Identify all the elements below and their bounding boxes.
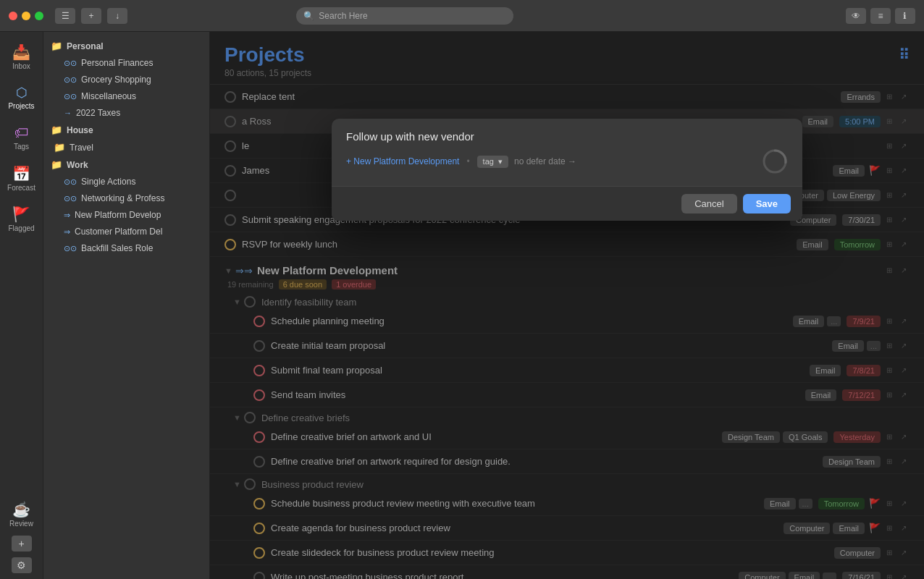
sidebar-item-networking[interactable]: ⊙⊙ Networking & Profess bbox=[46, 190, 206, 206]
add-project-button[interactable]: + bbox=[12, 536, 32, 551]
modal-meta: + New Platform Development • tag ▾ no de… bbox=[346, 148, 788, 174]
download-icon[interactable]: ↓ bbox=[107, 8, 127, 24]
modal-tag-select[interactable]: tag ▾ bbox=[477, 156, 508, 168]
sidebar-item-projects[interactable]: ⬡ Projects bbox=[3, 78, 41, 116]
sidebar-toggle-icon[interactable]: ☰ bbox=[55, 8, 75, 24]
sequential-icon: → bbox=[64, 109, 72, 117]
work-section-header[interactable]: 📁 Work bbox=[43, 156, 209, 173]
flagged-label: Flagged bbox=[8, 224, 34, 232]
close-button[interactable] bbox=[9, 12, 17, 20]
backfill-sales-label: Backfill Sales Role bbox=[81, 243, 153, 253]
filter-icon[interactable]: ≡ bbox=[870, 8, 891, 24]
parallel-icon-4: ⊙⊙ bbox=[64, 177, 77, 187]
parallel-icon: ⊙⊙ bbox=[64, 59, 77, 68]
house-label: House bbox=[67, 125, 93, 135]
sidebar-item-backfill-sales[interactable]: ⊙⊙ Backfill Sales Role bbox=[46, 240, 206, 256]
modal-card: Follow up with new vendor + New Platform… bbox=[332, 119, 802, 221]
modal-tag-label: tag bbox=[483, 157, 494, 166]
sidebar-item-grocery-shopping[interactable]: ⊙⊙ Grocery Shopping bbox=[46, 72, 206, 88]
sidebar-item-tags[interactable]: 🏷 Tags bbox=[3, 119, 41, 156]
titlebar: ☰ + ↓ 🔍 Search Here 👁 ≡ ℹ bbox=[0, 0, 924, 32]
sidebar-item-flagged[interactable]: 🚩 Flagged bbox=[3, 200, 41, 237]
titlebar-left-icons: ☰ + ↓ bbox=[55, 8, 127, 24]
sequential-icon-2: ⇒ bbox=[64, 211, 70, 220]
personal-finances-label: Personal Finances bbox=[81, 58, 153, 68]
add-tab-icon[interactable]: + bbox=[81, 8, 101, 24]
parallel-icon-5: ⊙⊙ bbox=[64, 194, 77, 203]
grocery-shopping-label: Grocery Shopping bbox=[81, 75, 151, 85]
search-placeholder: Search Here bbox=[319, 11, 367, 21]
parallel-icon-2: ⊙⊙ bbox=[64, 75, 77, 85]
main-layout: 📥 Inbox ⬡ Projects 🏷 Tags 📅 Forecast 🚩 F… bbox=[0, 32, 924, 579]
parallel-icon-3: ⊙⊙ bbox=[64, 92, 77, 101]
flagged-icon: 🚩 bbox=[12, 206, 30, 223]
sidebar-item-forecast[interactable]: 📅 Forecast bbox=[3, 159, 41, 197]
search-icon: 🔍 bbox=[303, 11, 314, 21]
save-button[interactable]: Save bbox=[743, 194, 791, 214]
modal-tag-dropdown-icon[interactable]: ▾ bbox=[498, 157, 503, 166]
sidebar-item-inbox[interactable]: 📥 Inbox bbox=[3, 38, 41, 75]
info-icon[interactable]: ℹ bbox=[895, 8, 915, 24]
miscellaneous-label: Miscellaneous bbox=[81, 91, 136, 101]
house-folder-icon: 📁 bbox=[51, 124, 62, 135]
modal-overlay: Follow up with new vendor + New Platform… bbox=[210, 32, 924, 579]
customer-platform-label: Customer Platform Del bbox=[75, 227, 162, 237]
main-content: Projects ⠿ 80 actions, 15 projects Repla… bbox=[210, 32, 924, 579]
icon-sidebar: 📥 Inbox ⬡ Projects 🏷 Tags 📅 Forecast 🚩 F… bbox=[0, 32, 43, 579]
search-bar[interactable]: 🔍 Search Here bbox=[296, 7, 513, 25]
parallel-icon-6: ⊙⊙ bbox=[64, 244, 77, 253]
single-actions-label: Single Actions bbox=[81, 177, 135, 187]
forecast-icon: 📅 bbox=[12, 165, 30, 182]
nav-panel: 📁 Personal ⊙⊙ Personal Finances ⊙⊙ Groce… bbox=[43, 32, 210, 579]
work-folder-icon: 📁 bbox=[51, 159, 62, 170]
personal-section-label: Personal bbox=[67, 41, 104, 51]
sidebar-item-miscellaneous[interactable]: ⊙⊙ Miscellaneous bbox=[46, 88, 206, 104]
sidebar-item-travel[interactable]: 📁 Travel bbox=[46, 139, 206, 156]
house-section-header[interactable]: 📁 House bbox=[43, 122, 209, 138]
progress-circle bbox=[762, 148, 788, 174]
titlebar-right-icons: 👁 ≡ ℹ bbox=[846, 8, 915, 24]
sidebar-item-personal-finances[interactable]: ⊙⊙ Personal Finances bbox=[46, 55, 206, 71]
modal-body: Follow up with new vendor + New Platform… bbox=[332, 119, 802, 186]
modal-task-name: Follow up with new vendor bbox=[346, 130, 788, 143]
traffic-lights bbox=[9, 12, 43, 20]
sidebar-item-2022-taxes[interactable]: → 2022 Taxes bbox=[46, 105, 206, 121]
sidebar-item-single-actions[interactable]: ⊙⊙ Single Actions bbox=[46, 174, 206, 190]
projects-icon: ⬡ bbox=[16, 85, 28, 101]
projects-label: Projects bbox=[8, 102, 34, 110]
maximize-button[interactable] bbox=[35, 12, 43, 20]
review-label: Review bbox=[9, 520, 33, 528]
networking-label: Networking & Profess bbox=[81, 193, 164, 203]
new-platform-label: New Platform Develop bbox=[75, 210, 161, 220]
sequential-icon-3: ⇒ bbox=[64, 227, 70, 237]
review-icon: ☕ bbox=[12, 501, 30, 518]
personal-folder-icon: 📁 bbox=[51, 41, 62, 51]
inbox-icon: 📥 bbox=[12, 43, 30, 61]
travel-folder-icon: 📁 bbox=[54, 142, 65, 153]
cancel-button[interactable]: Cancel bbox=[681, 194, 736, 214]
sidebar-item-customer-platform[interactable]: ⇒ Customer Platform Del bbox=[46, 224, 206, 240]
tags-label: Tags bbox=[14, 143, 29, 151]
inbox-label: Inbox bbox=[12, 62, 30, 70]
forecast-label: Forecast bbox=[7, 184, 35, 192]
sidebar-item-new-platform[interactable]: ⇒ New Platform Develop bbox=[46, 207, 206, 223]
modal-footer: Cancel Save bbox=[332, 186, 802, 221]
tags-icon: 🏷 bbox=[14, 124, 29, 141]
minimize-button[interactable] bbox=[22, 12, 30, 20]
personal-section-header[interactable]: 📁 Personal bbox=[43, 38, 209, 54]
taxes-label: 2022 Taxes bbox=[76, 108, 120, 118]
travel-label: Travel bbox=[70, 143, 93, 153]
modal-project-link[interactable]: + New Platform Development bbox=[346, 156, 459, 166]
settings-button[interactable]: ⚙ bbox=[12, 557, 32, 573]
work-label: Work bbox=[67, 160, 88, 170]
modal-defer-date[interactable]: no defer date → bbox=[514, 156, 576, 166]
sidebar-item-review[interactable]: ☕ Review bbox=[3, 495, 41, 533]
view-icon[interactable]: 👁 bbox=[846, 8, 866, 24]
icon-nav-bottom: + ⚙ bbox=[12, 536, 32, 573]
